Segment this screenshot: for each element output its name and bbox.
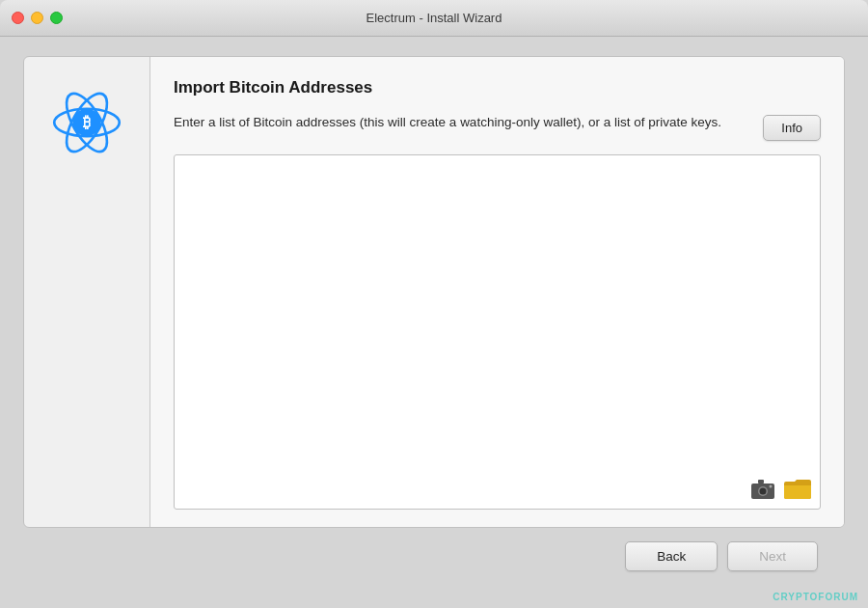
textarea-container bbox=[174, 154, 821, 510]
svg-text:₿: ₿ bbox=[83, 114, 91, 130]
next-button[interactable]: Next bbox=[727, 541, 818, 571]
maximize-button[interactable] bbox=[50, 12, 63, 24]
panel-title: Import Bitcoin Addresses bbox=[174, 78, 821, 97]
svg-rect-8 bbox=[758, 480, 764, 484]
close-button[interactable] bbox=[12, 12, 24, 24]
svg-point-7 bbox=[760, 488, 767, 495]
info-button[interactable]: Info bbox=[763, 115, 821, 141]
svg-point-9 bbox=[770, 485, 773, 488]
title-bar: Electrum - Install Wizard bbox=[0, 0, 868, 37]
minimize-button[interactable] bbox=[31, 12, 43, 24]
camera-icon[interactable] bbox=[747, 475, 778, 502]
back-button[interactable]: Back bbox=[625, 541, 718, 571]
bottom-bar: Back Next bbox=[23, 528, 845, 589]
folder-svg-icon bbox=[782, 476, 813, 501]
right-panel: Import Bitcoin Addresses Enter a list of… bbox=[149, 57, 844, 527]
window-controls bbox=[12, 12, 63, 24]
folder-icon[interactable] bbox=[782, 475, 813, 502]
logo-area: ₿ bbox=[24, 57, 149, 527]
wizard-card: ₿ Import Bitcoin Addresses Enter a list … bbox=[23, 56, 845, 528]
main-content: ₿ Import Bitcoin Addresses Enter a list … bbox=[0, 37, 868, 608]
description-row: Enter a list of Bitcoin addresses (this … bbox=[174, 113, 821, 141]
electrum-logo-icon: ₿ bbox=[48, 84, 125, 161]
watermark: CRYPTOFORUM bbox=[773, 592, 858, 602]
textarea-icons bbox=[747, 475, 813, 502]
description-text: Enter a list of Bitcoin addresses (this … bbox=[174, 113, 751, 132]
camera-svg-icon bbox=[749, 477, 776, 500]
window-title: Electrum - Install Wizard bbox=[366, 11, 502, 25]
addresses-input[interactable] bbox=[174, 154, 821, 510]
